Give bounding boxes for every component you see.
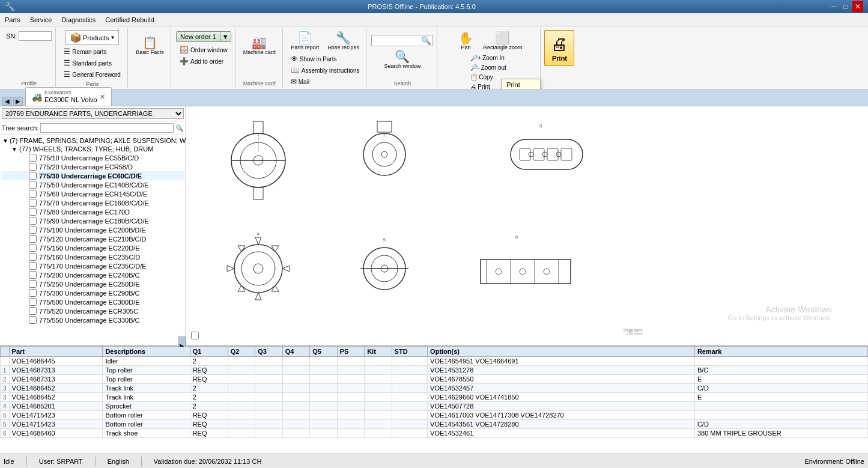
print-button[interactable]: 🖨 Print [544,30,574,66]
table-row[interactable]: 6 VOE14686460 Track shoe REQ VOE14532461… [1,429,868,438]
cell-q4 [282,429,309,438]
tree-item[interactable]: 775/500 Undercarriage EC300D/E [1,297,184,306]
products-button[interactable]: 📦 Products ▼ [65,30,119,45]
tree-item[interactable]: ▼(77) WHEELS; TRACKS; TYRE; HUB; DRUM [1,145,184,153]
sn-input[interactable] [19,31,52,41]
order-window-button[interactable]: 🪟 Order window [177,44,231,55]
reman-parts-button[interactable]: ☰ Reman parts [61,46,124,57]
tree-item[interactable]: 775/60 Undercarriage ECR145C/D/E [1,189,184,198]
cell-q2 [228,384,255,393]
tree-item[interactable]: 775/20 Undercarriage ECR58/D [1,162,184,171]
zoom-out-button[interactable]: 🔎- Zoom out [468,63,511,72]
cell-options: VOE14543561 VOE14728280 [428,420,695,429]
cell-q1: REQ [190,375,228,384]
main-tab[interactable]: 🚜 Excavators EC300E NL Volvo ✕ [25,87,112,106]
cell-q1: REQ [190,420,228,429]
tree-item[interactable]: 775/80 Undercarriage EC170D [1,207,184,216]
tree-item[interactable]: 775/120 Undercarriage EC210B/C/D [1,234,184,243]
print-tooltip: Print document [501,79,541,90]
menu-diagnostics[interactable]: Diagnostics [56,13,100,26]
cell-part: VOE14686445 [9,357,103,366]
tree-item[interactable]: 775/250 Undercarriage EC250D/E [1,279,184,288]
zoom-in-button[interactable]: 🔎+ Zoom In [468,53,511,62]
table-row[interactable]: 2 VOE14687313 Top roller REQ VOE14678550… [1,375,868,384]
cell-options: VOE14531278 [428,366,695,375]
sn-label: SN: [6,32,17,40]
svg-point-10 [372,142,396,166]
menu-certified-rebuild[interactable]: Certified Rebuild [100,13,159,26]
close-button[interactable]: ✕ [852,1,863,12]
title-bar-controls[interactable]: ─ □ ✕ [828,1,863,12]
cell-seq: 5 [1,420,10,429]
hose-recipes-button[interactable]: 🔧 Hose recipes [324,30,362,52]
new-order-button[interactable]: New order 1 ▼ [176,31,231,42]
status-divider-2 [95,457,96,466]
dropdown-selector: 20769 ENDURANCE PARTS, UNDERCARRIAGE [0,106,186,121]
mail-button[interactable]: ✉ Mail [288,76,363,87]
tree-search-input[interactable] [40,123,174,133]
cell-remark: E [694,375,867,384]
assembly-instructions-button[interactable]: 📖 Assembly instructions [288,65,363,76]
status-bar: Idle User: SRPART English Validation due… [0,454,868,468]
tree-item[interactable]: 775/100 Undercarriage EC200B/D/E [1,225,184,234]
machine-card-button[interactable]: 🏭 Machine card [240,35,279,57]
tree-item[interactable]: 775/70 Undercarriage EC160B/C/D/E [1,198,184,207]
col-q4: Q4 [282,347,309,357]
search-group-label: Search [394,79,411,87]
toolbar-search-input[interactable] [372,37,420,45]
table-row[interactable]: 3 VOE14686452 Track link 2 VOE14532457 C… [1,384,868,393]
tree-item[interactable]: 775/30 Undercarriage EC60C/D/E [1,171,184,180]
menu-service[interactable]: Service [25,13,57,26]
cell-q5 [310,411,337,420]
tree-item[interactable]: 775/170 Undercarriage EC235C/D/E [1,261,184,270]
standard-parts-button[interactable]: ☰ Standard parts [61,58,124,68]
search-label: Tree search: [2,124,38,132]
catalog-dropdown[interactable]: 20769 ENDURANCE PARTS, UNDERCARRIAGE [2,108,184,119]
table-row[interactable]: 5 VOE14715423 Bottom roller REQ VOE14543… [1,420,868,429]
col-desc: Descriptions [103,347,190,357]
table-row[interactable]: 5 VOE14715423 Bottom roller REQ VOE14617… [1,411,868,420]
toolbar-search-button[interactable]: 🔍 [420,35,432,46]
maximize-button[interactable]: □ [840,1,851,12]
cell-seq: 4 [1,402,10,411]
cell-kit [365,366,392,375]
tree-item[interactable]: 775/200 Undercarriage EC240B/C [1,270,184,279]
table-row[interactable]: 1 VOE14687313 Top roller REQ VOE14531278… [1,366,868,375]
cell-options: VOE14532461 [428,429,695,438]
tree-item[interactable]: 775/50 Undercarriage EC140B/C/D/E [1,180,184,189]
rectangle-zoom-button[interactable]: ⬜ Rectangle zoom [480,30,525,52]
table-row[interactable]: 3 VOE14686452 Track link 2 VOE14629660 V… [1,393,868,402]
tab-forward-button[interactable]: ▶ [13,97,23,106]
basic-facts-button[interactable]: 📋 Basic Facts [133,35,167,57]
cell-q2 [228,429,255,438]
diagram-container: 1 2 [186,106,868,345]
cell-seq: 6 [1,429,10,438]
tab-close-button[interactable]: ✕ [100,93,105,101]
tree-item[interactable]: 775/520 Undercarriage ECR305C [1,306,184,315]
cell-std [392,366,428,375]
svg-point-45 [496,269,502,275]
cell-desc: Track link [103,384,190,393]
menu-parts[interactable]: Parts [0,13,25,26]
tree-item[interactable]: 775/300 Undercarriage EC290B/C [1,288,184,297]
diagram-checkbox[interactable] [191,332,199,341]
general-foreword-button[interactable]: ☰ General Foreword [61,69,124,80]
tree-item[interactable]: 775/90 Undercarriage EC180B/C/D/E [1,216,184,225]
tree-item[interactable]: 775/10 Undercarriage EC55B/C/D [1,153,184,162]
show-in-parts-button[interactable]: 👁 Show in Parts [288,53,363,64]
minimize-button[interactable]: ─ [828,1,839,12]
tree-item[interactable]: 775/550 Undercarriage EC330B/C [1,315,184,324]
table-row[interactable]: VOE14686445 Idler 2 VOE14654951 VOE14664… [1,357,868,366]
cell-std [392,375,428,384]
add-to-order-button[interactable]: ➕ Add to order [177,56,231,67]
parts-report-button[interactable]: 📄 Parts report [288,30,322,52]
tree-item[interactable]: 775/150 Undercarriage EC220D/E [1,243,184,252]
tree-search-button[interactable]: 🔍 [175,124,184,132]
tab-back-button[interactable]: ◀ [2,97,12,106]
tree-item[interactable]: 775/160 Undercarriage EC235C/D [1,252,184,261]
table-row[interactable]: 4 VOE14685201 Sprocket 2 VOE14507728 [1,402,868,411]
pan-button[interactable]: ✋ Pan [454,30,478,52]
col-q1: Q1 [190,347,228,357]
search-window-button[interactable]: 🔍 Search window [381,49,423,71]
tree-item[interactable]: ▼(7) FRAME, SPRINGS; DAMPING; AXLE SUSPE… [1,136,184,145]
